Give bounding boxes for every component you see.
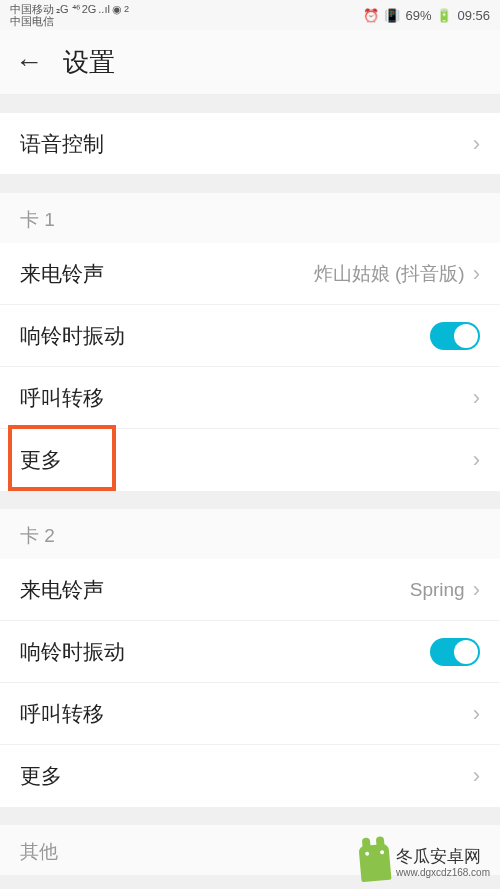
- chevron-right-icon: ›: [473, 701, 480, 727]
- row-label: 语音控制: [20, 130, 104, 158]
- row-card1-forward[interactable]: 呼叫转移 ›: [0, 367, 500, 429]
- chevron-right-icon: ›: [473, 385, 480, 411]
- signal-b: ..ıl: [98, 3, 110, 15]
- watermark-title: 冬瓜安卓网: [396, 848, 481, 867]
- row-card2-more[interactable]: 更多 ›: [0, 745, 500, 807]
- status-left: 中国移动 ₂G ⁴⁶ 2G ..ıl ◉ 2 中国电信: [10, 3, 129, 27]
- row-label: 响铃时振动: [20, 638, 125, 666]
- row-card2-ringtone[interactable]: 来电铃声 Spring ›: [0, 559, 500, 621]
- row-card2-vibrate[interactable]: 响铃时振动: [0, 621, 500, 683]
- signal2-sup: 2: [124, 4, 129, 14]
- chevron-right-icon: ›: [473, 261, 480, 287]
- section-header-card1: 卡 1: [0, 193, 500, 243]
- chevron-right-icon: ›: [473, 447, 480, 473]
- watermark: 冬瓜安卓网 www.dgxcdz168.com: [360, 845, 490, 881]
- battery-icon: 🔋: [436, 8, 452, 23]
- watermark-url: www.dgxcdz168.com: [396, 867, 490, 878]
- app-header: ← 设置: [0, 30, 500, 95]
- toggle-on-icon[interactable]: [430, 322, 480, 350]
- back-arrow-icon[interactable]: ←: [15, 46, 63, 78]
- row-label: 来电铃声: [20, 576, 104, 604]
- carrier-1: 中国移动: [10, 3, 54, 15]
- page-title: 设置: [63, 45, 115, 80]
- section-gap: [0, 491, 500, 509]
- clock: 09:56: [457, 8, 490, 23]
- row-label: 呼叫转移: [20, 700, 104, 728]
- settings-list: 语音控制 › 卡 1 来电铃声 炸山姑娘 (抖音版) › 响铃时振动 呼叫转移 …: [0, 95, 500, 875]
- row-card1-more[interactable]: 更多 ›: [0, 429, 500, 491]
- carrier-2: 中国电信: [10, 15, 54, 27]
- row-card1-ringtone[interactable]: 来电铃声 炸山姑娘 (抖音版) ›: [0, 243, 500, 305]
- chevron-right-icon: ›: [473, 763, 480, 789]
- status-bar: 中国移动 ₂G ⁴⁶ 2G ..ıl ◉ 2 中国电信 ⏰ 📳 69% 🔋 09…: [0, 0, 500, 30]
- status-right: ⏰ 📳 69% 🔋 09:56: [363, 8, 490, 23]
- row-value: 炸山姑娘 (抖音版): [314, 261, 465, 287]
- signal-a: ₂G ⁴⁶: [56, 3, 80, 15]
- wifi-icon: ◉: [112, 3, 122, 15]
- row-label: 来电铃声: [20, 260, 104, 288]
- row-label: 更多: [20, 762, 62, 790]
- row-card2-forward[interactable]: 呼叫转移 ›: [0, 683, 500, 745]
- row-label: 呼叫转移: [20, 384, 104, 412]
- vibrate-icon: 📳: [384, 8, 400, 23]
- section-gap: [0, 95, 500, 113]
- row-value: Spring: [410, 579, 465, 601]
- row-label: 响铃时振动: [20, 322, 125, 350]
- battery-percent: 69%: [405, 8, 431, 23]
- toggle-on-icon[interactable]: [430, 638, 480, 666]
- row-label: 更多: [20, 446, 62, 474]
- section-gap: [0, 175, 500, 193]
- android-mascot-icon: [359, 844, 392, 882]
- chevron-right-icon: ›: [473, 577, 480, 603]
- net-label: 2G: [82, 3, 97, 15]
- alarm-icon: ⏰: [363, 8, 379, 23]
- section-header-card2: 卡 2: [0, 509, 500, 559]
- section-gap: [0, 807, 500, 825]
- row-voice-control[interactable]: 语音控制 ›: [0, 113, 500, 175]
- row-card1-vibrate[interactable]: 响铃时振动: [0, 305, 500, 367]
- chevron-right-icon: ›: [473, 131, 480, 157]
